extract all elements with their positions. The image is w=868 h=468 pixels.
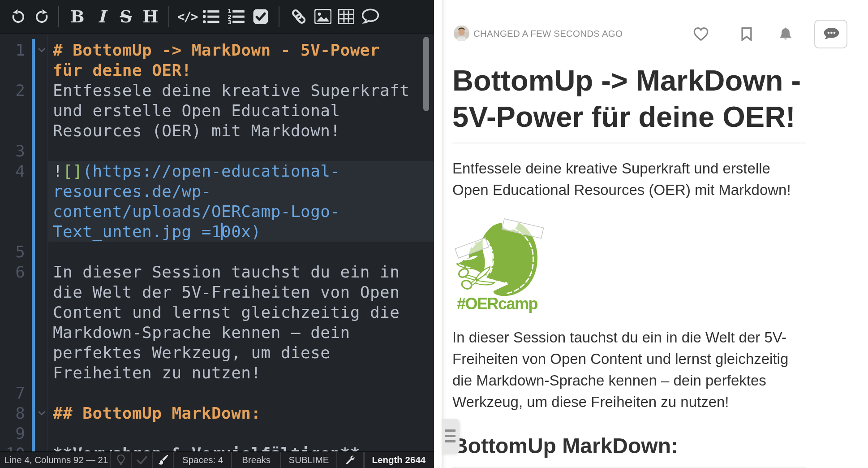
fold-chevron-icon[interactable] bbox=[38, 403, 46, 423]
italic-icon[interactable]: I bbox=[98, 9, 105, 25]
code-row[interactable]: Freiheiten zu nutzen! bbox=[53, 363, 261, 383]
editor-statusbar: Line 4, Columns 92 — 21 Spaces: 4 Breaks… bbox=[0, 451, 434, 468]
line-number[interactable]: 5 bbox=[0, 242, 25, 262]
line-number[interactable]: 3 bbox=[0, 141, 25, 161]
code-row[interactable]: **Verwahren & Vervielfältigen** bbox=[53, 443, 360, 451]
gutter-border bbox=[47, 35, 48, 451]
code-row[interactable]: Content und lernst gleichzeitig die bbox=[53, 302, 400, 322]
line-number[interactable]: 2 bbox=[0, 80, 25, 100]
code-row[interactable]: und erstelle Open Educational bbox=[53, 100, 340, 121]
redo-icon[interactable] bbox=[34, 9, 50, 24]
editor-toolbar: B I S H </> 123 bbox=[0, 0, 434, 34]
scissors-icon bbox=[457, 267, 494, 290]
code-row[interactable]: ## BottomUp MarkDown: bbox=[53, 403, 261, 423]
lightbulb-icon[interactable] bbox=[111, 452, 132, 468]
authorship-bar bbox=[32, 39, 35, 451]
line-number[interactable]: 1 bbox=[0, 40, 25, 60]
code-icon[interactable]: </> bbox=[177, 9, 198, 24]
heading-icon[interactable]: H bbox=[143, 9, 159, 25]
keymap-label[interactable]: SUBLIME bbox=[281, 452, 337, 468]
line-number[interactable]: 6 bbox=[0, 262, 25, 282]
toolbar-separator bbox=[58, 6, 59, 27]
preview-paragraph2: In dieser Session tauchst du ein in die … bbox=[452, 327, 806, 413]
length-label: Length 2644 bbox=[364, 452, 434, 468]
svg-text:3: 3 bbox=[228, 19, 232, 25]
undo-icon[interactable] bbox=[10, 9, 26, 24]
bold-icon[interactable]: B bbox=[70, 9, 84, 25]
comment-bubble-icon bbox=[822, 27, 839, 41]
code-row[interactable]: resources.de/wp- bbox=[53, 181, 211, 201]
line-number[interactable]: 7 bbox=[0, 383, 25, 403]
heading1-divider bbox=[452, 143, 806, 143]
code-row[interactable]: perfektes Werkzeug, um diese bbox=[53, 342, 330, 363]
code-row[interactable]: ![](https://open-educational- bbox=[53, 161, 340, 181]
line-number[interactable]: 8 bbox=[0, 403, 25, 423]
code-row[interactable]: content/uploads/OERCamp-Logo- bbox=[53, 201, 340, 221]
spellcheck-icon[interactable] bbox=[132, 452, 153, 468]
bell-icon[interactable] bbox=[779, 27, 792, 43]
spaces-label[interactable]: Spaces: 4 bbox=[174, 452, 232, 468]
preview-heading1: BottomUp -> MarkDown - 5V-Power für dein… bbox=[452, 62, 811, 135]
line-number[interactable]: 10 bbox=[0, 443, 25, 451]
code-row[interactable]: für deine OER! bbox=[53, 60, 192, 80]
editor-scrollbar[interactable] bbox=[423, 37, 429, 111]
table-icon[interactable] bbox=[338, 9, 354, 24]
toolbar-separator bbox=[168, 6, 169, 27]
image-icon[interactable] bbox=[314, 9, 331, 24]
bookmark-icon[interactable] bbox=[741, 27, 752, 43]
heart-icon[interactable] bbox=[693, 27, 709, 43]
code-row[interactable]: die Welt der 5V-Freiheiten von Open bbox=[53, 282, 400, 302]
oercamp-logo: #OERcamp bbox=[451, 217, 546, 312]
editor-pane: B I S H </> 123 bbox=[0, 0, 434, 468]
bullet-list-icon[interactable] bbox=[202, 9, 219, 24]
avatar[interactable] bbox=[454, 26, 469, 41]
comments-button[interactable] bbox=[814, 20, 847, 48]
code-row[interactable]: Markdown-Sprache kennen – dein bbox=[53, 322, 350, 342]
pane-splitter[interactable] bbox=[434, 0, 442, 468]
code-row[interactable]: Text_unten.jpg =100x) bbox=[53, 221, 261, 242]
preview-heading2: BottomUp MarkDown: bbox=[452, 433, 806, 459]
last-changed-label: CHANGED A FEW SECONDS AGO bbox=[473, 26, 623, 41]
line-number[interactable]: 9 bbox=[0, 423, 25, 443]
splitter-handle[interactable] bbox=[442, 419, 460, 454]
logo-caption: #OERcamp bbox=[451, 295, 543, 313]
wrench-icon[interactable] bbox=[337, 452, 364, 468]
breaks-label[interactable]: Breaks bbox=[232, 452, 281, 468]
code-row[interactable]: Resources (OER) mit Markdown! bbox=[53, 121, 340, 141]
line-number[interactable]: 4 bbox=[0, 161, 25, 181]
cursor-position-label: Line 4, Columns 92 — 21 bbox=[0, 452, 111, 468]
code-row[interactable]: Entfessele deine kreative Superkraft bbox=[53, 80, 409, 100]
fold-chevron-icon[interactable] bbox=[38, 40, 46, 60]
grip-icon bbox=[445, 429, 455, 446]
preview-paragraph1: Entfessele deine kreative Superkraft und… bbox=[452, 158, 806, 201]
app-window: B I S H </> 123 bbox=[0, 0, 868, 468]
code-editor[interactable]: 12345678910 # BottomUp -> MarkDown - 5V-… bbox=[0, 35, 434, 451]
code-row[interactable]: # BottomUp -> MarkDown - 5V-Power bbox=[53, 40, 380, 60]
text-cursor bbox=[221, 223, 223, 240]
comment-icon[interactable] bbox=[362, 9, 379, 25]
numbered-list-icon[interactable]: 123 bbox=[228, 9, 245, 25]
toolbar-separator bbox=[279, 6, 279, 27]
heading2-divider bbox=[452, 467, 806, 468]
check-square-icon[interactable] bbox=[253, 9, 269, 25]
link-icon[interactable] bbox=[290, 8, 307, 25]
brush-icon[interactable] bbox=[153, 452, 174, 468]
strikethrough-icon[interactable]: S bbox=[120, 9, 132, 25]
code-row[interactable]: In dieser Session tauchst du ein in bbox=[53, 262, 400, 282]
